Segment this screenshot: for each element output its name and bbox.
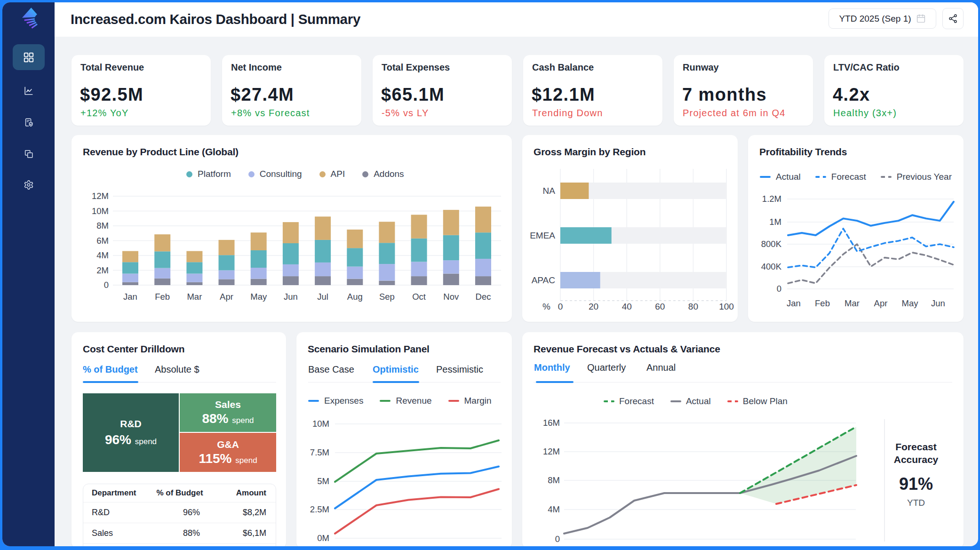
svg-text:60: 60 [655,302,665,311]
svg-text:5M: 5M [317,476,329,486]
svg-text:Apr: Apr [874,298,888,308]
svg-text:Aug: Aug [347,292,363,302]
svg-text:12M: 12M [543,446,560,456]
svg-text:2.5M: 2.5M [310,504,329,514]
svg-text:Feb: Feb [815,298,830,308]
svg-text:NA: NA [543,186,556,196]
svg-text:Jul: Jul [317,292,328,302]
svg-text:40: 40 [622,302,632,311]
svg-text:16M: 16M [543,418,560,428]
svg-text:%: % [542,302,550,311]
svg-text:4M: 4M [96,250,109,260]
svg-text:12M: 12M [92,191,109,201]
svg-text:Dec: Dec [476,292,491,302]
svg-text:APAC: APAC [532,275,555,285]
svg-text:0: 0 [558,302,563,311]
svg-text:Jan: Jan [787,298,801,308]
svg-text:Mar: Mar [845,298,860,308]
svg-text:4M: 4M [548,504,560,514]
svg-text:Jun: Jun [931,298,945,308]
svg-text:7.5M: 7.5M [310,447,329,457]
svg-text:Jan: Jan [123,292,137,302]
svg-text:Jun: Jun [284,292,298,302]
svg-text:Sep: Sep [379,292,395,302]
svg-text:0: 0 [104,280,109,290]
svg-text:May: May [250,292,267,302]
svg-text:Oct: Oct [412,292,426,302]
svg-text:Nov: Nov [443,292,459,302]
svg-text:10M: 10M [312,419,329,429]
svg-text:100: 100 [719,302,734,311]
svg-text:0: 0 [777,284,781,294]
svg-text:20: 20 [589,302,598,311]
svg-text:Apr: Apr [220,292,233,302]
svg-text:10M: 10M [92,206,109,216]
svg-text:1M: 1M [769,217,781,227]
svg-text:80: 80 [688,302,698,311]
svg-text:0: 0 [555,534,560,544]
svg-text:Mar: Mar [187,292,202,302]
svg-text:6M: 6M [96,236,109,246]
svg-text:0M: 0M [317,533,329,543]
svg-text:8M: 8M [548,475,560,485]
svg-text:400K: 400K [761,262,782,271]
svg-text:800K: 800K [761,239,782,249]
svg-text:1.2M: 1.2M [762,194,781,204]
svg-text:EMEA: EMEA [530,231,555,240]
svg-text:8M: 8M [96,221,109,231]
svg-text:Feb: Feb [155,292,170,302]
svg-text:May: May [902,298,919,308]
svg-text:2M: 2M [96,265,109,275]
